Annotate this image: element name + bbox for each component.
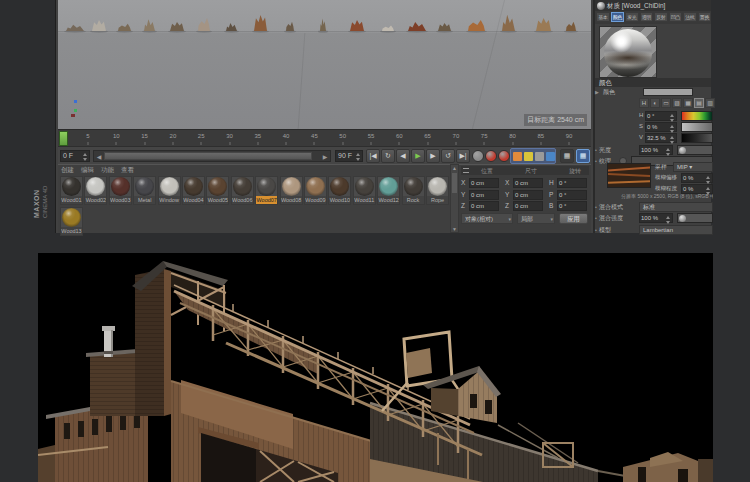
coord-field[interactable]: 0 ° — [557, 178, 587, 188]
coord-field[interactable]: 0 cm — [469, 190, 499, 200]
material-tile[interactable]: Metal — [133, 176, 156, 205]
sampling-dropdown[interactable]: MIP ▾ — [673, 162, 713, 172]
apply-button[interactable]: 应用 — [559, 213, 588, 224]
tab-凹凸[interactable]: 凹凸 — [669, 12, 683, 22]
tab-发光[interactable]: 发光 — [625, 12, 639, 22]
color-mode-icon[interactable]: ▨ — [672, 98, 682, 108]
material-tile[interactable]: Wood10 — [328, 176, 351, 205]
coord-field[interactable]: 0 cm — [469, 201, 499, 211]
expand-arrow-icon[interactable]: ▶ — [595, 89, 599, 95]
color-swatch[interactable] — [643, 88, 693, 96]
material-sphere-icon — [597, 2, 605, 10]
material-tile[interactable]: Rock — [402, 176, 425, 205]
hue-gradient-bar[interactable] — [681, 111, 713, 121]
autokey-button[interactable] — [498, 150, 510, 162]
coord-field[interactable]: 0 cm — [469, 178, 499, 188]
go-to-end-button[interactable]: ▶| — [456, 149, 470, 163]
scroll-right-arrow[interactable]: ▶ — [321, 153, 329, 161]
material-preview[interactable] — [599, 26, 657, 78]
material-tile[interactable]: Wood04 — [182, 176, 205, 205]
solo-button[interactable]: ▦ — [560, 149, 574, 163]
coord-field[interactable]: 0 ° — [557, 201, 587, 211]
value-bar[interactable] — [681, 133, 713, 143]
saturation-bar[interactable] — [681, 122, 713, 132]
tab-颜色[interactable]: 颜色 — [611, 12, 625, 22]
material-tile[interactable]: Wood01 — [60, 176, 83, 205]
color-mode-icon[interactable]: ▦ — [683, 98, 693, 108]
coord-field[interactable]: 0 cm — [513, 190, 543, 200]
record-option-icon[interactable] — [535, 152, 544, 161]
loop-range-button[interactable]: ↻ — [381, 149, 395, 163]
tab-反射[interactable]: 反射 — [654, 12, 668, 22]
viewport-3d[interactable]: 目标距离 2540 cm — [58, 0, 591, 129]
coord-space-dropdown[interactable]: 对象(相对) — [461, 213, 513, 224]
model-dropdown[interactable]: Lambertian — [639, 225, 713, 235]
keyframe-grid-button[interactable]: ▦ — [576, 149, 590, 163]
record-position-button[interactable] — [472, 150, 484, 162]
tab-置换[interactable]: 置换 — [698, 12, 712, 22]
coord-label: P — [549, 191, 557, 198]
saturation-field[interactable]: 0 % — [645, 122, 677, 132]
mix-mode-label: 混合模式 — [599, 203, 623, 212]
coord-field[interactable]: 0 cm — [513, 178, 543, 188]
brightness-slider[interactable] — [677, 145, 713, 155]
material-tile[interactable]: Rope — [426, 176, 449, 205]
play-forward-button[interactable]: ▶ — [411, 149, 425, 163]
end-frame-field[interactable]: 90 F — [335, 150, 363, 162]
record-option-icon[interactable] — [524, 152, 533, 161]
material-tile[interactable]: Wood07 — [255, 176, 278, 205]
material-menu-item[interactable]: 创建 — [61, 166, 74, 173]
previous-frame-button[interactable]: ◀ — [396, 149, 410, 163]
scroll-left-arrow[interactable]: ◀ — [95, 153, 103, 161]
blur-offset-field[interactable]: 0 % — [681, 173, 713, 183]
mix-strength-field[interactable]: 100 % — [639, 213, 673, 223]
material-tile[interactable]: Wood11 — [353, 176, 376, 205]
material-tile[interactable]: Wood13 — [60, 207, 83, 236]
material-tile[interactable]: Wood05 — [206, 176, 229, 205]
tab-透明[interactable]: 透明 — [640, 12, 654, 22]
row-dot-icon: • — [595, 204, 597, 210]
material-tile[interactable]: Wood09 — [304, 176, 327, 205]
mix-mode-dropdown[interactable]: 标准 — [639, 202, 713, 212]
coord-field[interactable]: 0 ° — [557, 190, 587, 200]
material-menu-item[interactable]: 功能 — [101, 166, 114, 173]
start-frame-field[interactable]: 0 F — [60, 150, 90, 162]
tab-基本[interactable]: 基本 — [596, 12, 610, 22]
mix-strength-slider[interactable] — [677, 213, 713, 223]
coord-field[interactable]: 0 cm — [513, 201, 543, 211]
cycle-button[interactable]: ↺ — [441, 149, 455, 163]
material-tile[interactable]: Wood02 — [84, 176, 107, 205]
timeline-ruler[interactable]: 51015202530354045505560657075808590 — [58, 129, 591, 146]
timeline-scrollbar[interactable]: ◀ ▶ — [93, 150, 331, 162]
tab-法线[interactable]: 法线 — [683, 12, 697, 22]
value-field[interactable]: 32.5 % — [645, 133, 677, 143]
timeline-playhead[interactable] — [59, 131, 68, 146]
coord-axis-dropdown[interactable]: 局部 — [517, 213, 555, 224]
section-header[interactable]: 颜色 — [595, 78, 711, 87]
record-option-icon[interactable] — [546, 152, 555, 161]
next-frame-button[interactable]: ▶ — [426, 149, 440, 163]
record-option-icon[interactable] — [513, 152, 522, 161]
brightness-field[interactable]: 100 % — [639, 145, 673, 155]
scroll-up-icon[interactable]: ▲ — [452, 166, 457, 170]
material-menu-item[interactable]: 编辑 — [81, 166, 94, 173]
material-tile[interactable]: Wood03 — [109, 176, 132, 205]
color-mode-icon[interactable]: ▭ — [661, 98, 671, 108]
material-menu-item[interactable]: 查看 — [121, 166, 134, 173]
material-scrollbar[interactable]: ▲ ▼ — [450, 164, 459, 233]
texture-info: 分辨率 5000 x 2500, RGB (8 位), sRGB 中等 — [621, 193, 713, 199]
material-tile[interactable]: Wood06 — [231, 176, 254, 205]
scroll-down-icon[interactable]: ▼ — [452, 227, 457, 231]
color-mode-icon[interactable]: ▤ — [694, 98, 704, 108]
record-keyframe-button[interactable] — [485, 150, 497, 162]
material-tile[interactable]: Wood12 — [377, 176, 400, 205]
material-tile[interactable]: Window — [158, 176, 181, 205]
go-to-start-button[interactable]: |◀ — [366, 149, 380, 163]
hue-field[interactable]: 0 ° — [645, 111, 677, 121]
color-mode-icon[interactable]: ◐ — [650, 98, 660, 108]
scrollbar-handle[interactable] — [104, 152, 312, 160]
color-mode-icon[interactable]: ▥ — [705, 98, 715, 108]
material-tile[interactable]: Wood08 — [280, 176, 303, 205]
color-mode-icon[interactable]: H — [639, 98, 649, 108]
scroll-handle[interactable] — [452, 173, 457, 193]
